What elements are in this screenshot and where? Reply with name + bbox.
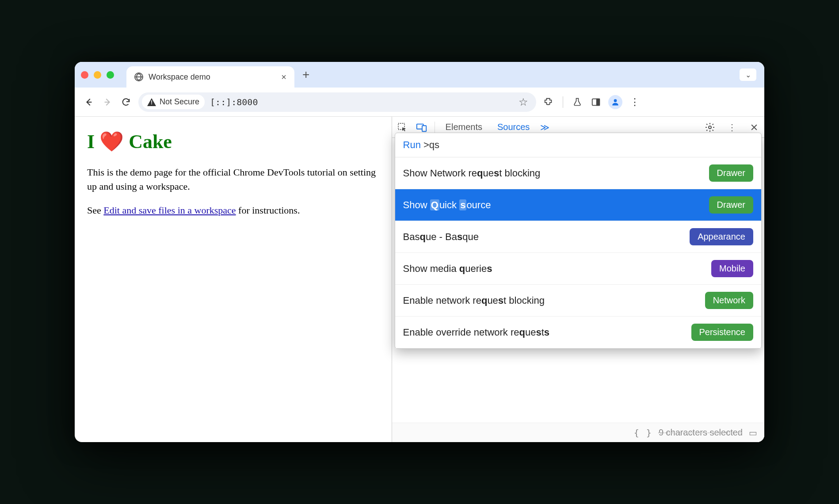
command-query: >qs (423, 139, 439, 151)
page-paragraph: This is the demo page for the official C… (87, 165, 379, 194)
back-button[interactable] (83, 97, 95, 107)
command-item-label: Show Quick source (403, 199, 709, 211)
more-tabs-button[interactable]: ≫ (540, 122, 549, 133)
devtools-menu-icon[interactable]: ⋮ (725, 121, 739, 134)
command-item-badge: Persistence (691, 324, 754, 341)
tab-title: Workspace demo (149, 73, 276, 82)
inspect-icon[interactable] (396, 121, 409, 134)
security-chip[interactable]: Not Secure (142, 95, 205, 109)
page-viewport: I ❤️ Cake This is the demo page for the … (75, 117, 392, 442)
devtools-panel: Elements Sources ≫ ⋮ Run >qs (392, 117, 764, 442)
zoom-window-button[interactable] (107, 71, 114, 79)
command-item-label: Show Network request blocking (403, 168, 709, 179)
address-bar: Not Secure [::]:8000 ☆ ⋮ (75, 88, 764, 117)
content-area: I ❤️ Cake This is the demo page for the … (75, 117, 764, 442)
svg-rect-1 (597, 99, 599, 105)
url-text: [::]:8000 (210, 97, 258, 107)
command-item-badge: Mobile (711, 260, 753, 277)
svg-rect-5 (422, 126, 426, 131)
extensions-icon[interactable] (542, 96, 555, 108)
labs-icon[interactable] (571, 96, 583, 108)
minimize-window-button[interactable] (94, 71, 101, 79)
command-input-row[interactable]: Run >qs (395, 133, 761, 157)
command-item-label: Enable override network requests (403, 327, 691, 338)
gear-icon[interactable] (703, 121, 717, 134)
close-tab-button[interactable]: × (281, 72, 286, 82)
command-item-label: Basque - Basque (403, 231, 690, 243)
text: See (87, 205, 103, 216)
kebab-menu-icon[interactable]: ⋮ (629, 96, 641, 108)
close-devtools-button[interactable] (747, 121, 761, 134)
bookmark-star-icon[interactable]: ☆ (519, 96, 528, 108)
browser-window: Workspace demo × + ⌄ Not Secure [::]:800… (75, 62, 764, 442)
svg-point-6 (709, 126, 711, 129)
heading-suffix: Cake (124, 131, 172, 153)
command-list: Show Network request blockingDrawerShow … (395, 157, 761, 348)
command-item-badge: Network (705, 292, 753, 309)
command-item[interactable]: Enable network request blockingNetwork (395, 285, 761, 317)
side-panel-icon[interactable] (590, 96, 602, 108)
divider (563, 96, 563, 108)
page-paragraph: See Edit and save files in a workspace f… (87, 203, 379, 218)
close-window-button[interactable] (81, 71, 88, 79)
traffic-lights (81, 71, 114, 79)
workspace-link[interactable]: Edit and save files in a workspace (103, 205, 236, 216)
chevron-down-icon: ⌄ (745, 71, 751, 79)
tab-collapse-button[interactable]: ⌄ (740, 69, 756, 81)
browser-tab[interactable]: Workspace demo × (126, 66, 294, 88)
run-label: Run (403, 139, 421, 151)
tab-sources[interactable]: Sources (493, 122, 534, 132)
text: for instructions. (236, 205, 300, 216)
warning-icon (147, 98, 156, 106)
devtools-footer: { } 9 characters selected ▭ (392, 423, 764, 442)
globe-icon (134, 73, 143, 81)
device-toggle-icon[interactable] (415, 121, 428, 134)
page-heading: I ❤️ Cake (87, 130, 379, 153)
command-item-badge: Drawer (709, 196, 753, 214)
heart-icon: ❤️ (99, 131, 124, 153)
command-item[interactable]: Show Quick sourceDrawer (395, 189, 761, 221)
coverage-icon[interactable]: ▭ (749, 428, 757, 438)
command-item[interactable]: Enable override network requestsPersiste… (395, 317, 761, 348)
command-menu: Run >qs Show Network request blockingDra… (395, 133, 762, 349)
selection-icon: { } (634, 428, 652, 438)
security-label: Not Secure (160, 97, 199, 107)
reload-button[interactable] (120, 97, 132, 107)
command-item[interactable]: Show Network request blockingDrawer (395, 157, 761, 189)
tab-elements[interactable]: Elements (441, 122, 487, 132)
forward-button[interactable] (101, 97, 114, 107)
svg-point-2 (614, 99, 617, 102)
omnibox[interactable]: Not Secure [::]:8000 ☆ (138, 92, 536, 112)
command-item-label: Show media queries (403, 263, 711, 275)
command-item-badge: Drawer (709, 164, 753, 182)
command-item-label: Enable network request blocking (403, 295, 705, 306)
heading-prefix: I (87, 131, 99, 153)
command-item[interactable]: Show media queriesMobile (395, 253, 761, 285)
profile-avatar[interactable] (608, 95, 622, 109)
selection-status: 9 characters selected (659, 428, 743, 438)
new-tab-button[interactable]: + (302, 68, 309, 82)
command-item-badge: Appearance (690, 228, 753, 245)
command-item[interactable]: Basque - BasqueAppearance (395, 221, 761, 253)
titlebar: Workspace demo × + ⌄ (75, 62, 764, 88)
